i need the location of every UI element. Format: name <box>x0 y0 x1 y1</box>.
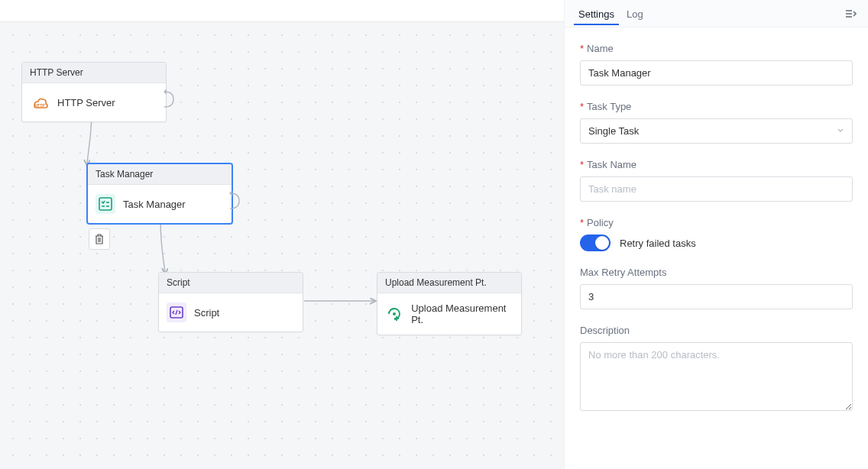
node-http-server[interactable]: HTTP Server HTTP HTTP Server <box>21 62 167 122</box>
properties-panel: Settings Log Name Task Type <box>564 0 868 469</box>
node-label: Script <box>194 307 219 319</box>
node-header: Script <box>159 273 303 293</box>
loop-icon <box>163 89 180 110</box>
policy-label: Policy <box>580 217 853 228</box>
upload-measurement-icon <box>385 304 403 324</box>
node-header: Task Manager <box>88 164 232 185</box>
http-icon: HTTP <box>30 92 50 112</box>
retry-toggle-label: Retry failed tasks <box>620 238 696 249</box>
max-retry-input[interactable] <box>580 284 853 309</box>
description-textarea[interactable] <box>580 342 853 411</box>
trash-icon <box>94 234 105 244</box>
svg-point-6 <box>393 312 396 315</box>
task-name-label: Task Name <box>580 159 853 170</box>
tab-log[interactable]: Log <box>622 2 648 24</box>
task-type-select[interactable] <box>580 118 853 144</box>
node-header: Upload Measurement Pt. <box>377 273 521 293</box>
panel-collapse-button[interactable] <box>842 5 859 22</box>
node-upload-measurement[interactable]: Upload Measurement Pt. Upload Measuremen… <box>377 272 522 335</box>
node-script[interactable]: Script Script <box>158 272 303 332</box>
script-icon <box>167 302 186 322</box>
node-header: HTTP Server <box>22 63 166 83</box>
name-input[interactable] <box>580 60 853 86</box>
name-label: Name <box>580 43 853 54</box>
node-label: HTTP Server <box>57 97 115 108</box>
svg-text:HTTP: HTTP <box>34 103 45 108</box>
description-label: Description <box>580 325 853 336</box>
panel-tabs: Settings Log <box>565 0 868 27</box>
retry-toggle[interactable] <box>580 234 611 251</box>
task-name-input[interactable] <box>580 176 853 202</box>
tab-settings[interactable]: Settings <box>574 2 619 24</box>
toggle-knob <box>595 236 609 250</box>
workflow-canvas[interactable]: HTTP Server HTTP HTTP Server Task Manage… <box>0 21 564 469</box>
svg-rect-1 <box>99 198 112 210</box>
panel-layout-icon <box>844 8 857 20</box>
node-label: Upload Measurement Pt. <box>411 302 513 325</box>
node-label: Task Manager <box>123 199 186 210</box>
delete-node-button[interactable] <box>89 228 110 250</box>
max-retry-label: Max Retry Attempts <box>580 267 853 278</box>
node-task-manager[interactable]: Task Manager Task Manager <box>87 163 232 224</box>
task-manager-icon <box>96 194 115 214</box>
loop-icon <box>228 190 245 212</box>
task-type-label: Task Type <box>580 101 853 112</box>
